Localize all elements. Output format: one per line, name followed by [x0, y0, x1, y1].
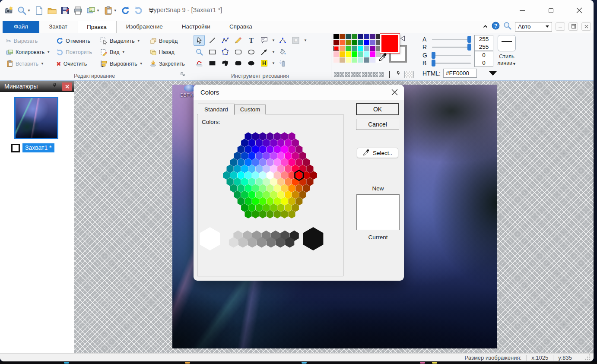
- chevron-down-icon[interactable]: ▼: [272, 50, 275, 54]
- tool-fill[interactable]: [277, 47, 289, 57]
- cancel-button[interactable]: Cancel: [356, 119, 399, 130]
- color-swatch[interactable]: [340, 51, 345, 57]
- dialog-title-bar[interactable]: Colors: [194, 85, 404, 100]
- edit-button-Вырезать[interactable]: ✂Вырезать: [6, 35, 56, 47]
- qat-undo-button[interactable]: [120, 5, 131, 16]
- eyedropper-icon[interactable]: [378, 53, 387, 63]
- panel-close-button[interactable]: [62, 82, 72, 91]
- color-swatch[interactable]: [340, 57, 345, 63]
- qat-paste-image-button[interactable]: ▼: [103, 5, 118, 16]
- color-swatch[interactable]: [358, 40, 363, 45]
- color-menu-dropdown-icon[interactable]: [489, 71, 497, 76]
- color-swatch[interactable]: [346, 40, 351, 45]
- tab-Настройки[interactable]: Настройки: [172, 21, 220, 33]
- tool-pencil[interactable]: [232, 35, 244, 46]
- color-swatch[interactable]: [333, 40, 339, 45]
- color-swatch[interactable]: [333, 46, 339, 51]
- swap-colors-icon[interactable]: [399, 35, 406, 44]
- channel-slider[interactable]: [432, 63, 471, 64]
- color-swatch[interactable]: [352, 51, 357, 57]
- edit-button-Отменить[interactable]: Отменить: [56, 35, 100, 47]
- color-swatch[interactable]: [352, 40, 357, 45]
- color-swatch[interactable]: [358, 46, 363, 51]
- color-swatch[interactable]: [370, 40, 375, 45]
- color-swatch[interactable]: [364, 51, 369, 57]
- color-swatch[interactable]: [333, 51, 339, 57]
- color-swatch[interactable]: [346, 51, 351, 57]
- channel-value[interactable]: 0: [474, 59, 493, 67]
- color-swatch[interactable]: [358, 51, 363, 57]
- color-swatch[interactable]: [352, 46, 357, 51]
- chevron-down-icon[interactable]: ▼: [304, 38, 307, 42]
- tool-polygon[interactable]: [219, 47, 231, 57]
- color-swatch[interactable]: [346, 57, 351, 63]
- thumbnail-image[interactable]: [14, 97, 58, 139]
- tab-Файл[interactable]: Файл: [3, 21, 39, 33]
- tool-zoomtool[interactable]: [194, 47, 205, 57]
- dialog-close-button[interactable]: [391, 89, 398, 97]
- tool-arrow[interactable]: [258, 47, 270, 57]
- color-swatch[interactable]: [358, 34, 363, 39]
- foreground-color-swatch[interactable]: [380, 34, 400, 53]
- thumbnail-checkbox[interactable]: [11, 144, 20, 152]
- tool-shapebox[interactable]: [290, 35, 302, 46]
- custom-color-slot[interactable]: [362, 72, 367, 77]
- channel-slider[interactable]: [432, 55, 471, 56]
- tool-roundrect[interactable]: [232, 47, 244, 57]
- tool-text[interactable]: T: [245, 35, 257, 46]
- color-swatch[interactable]: [364, 46, 369, 51]
- edit-button-Выделить[interactable]: Выделить▼: [100, 35, 149, 47]
- tab-Захват[interactable]: Захват: [39, 21, 77, 33]
- edit-button-Закрепить[interactable]: Закрепить: [149, 58, 189, 70]
- tool-polygonf[interactable]: [219, 58, 231, 69]
- slider-thumb[interactable]: [467, 44, 471, 51]
- tool-highlight[interactable]: H: [258, 58, 270, 69]
- color-swatch[interactable]: [364, 40, 369, 45]
- add-color-icon[interactable]: [386, 71, 393, 78]
- pin-icon[interactable]: [396, 70, 401, 78]
- color-swatch[interactable]: [370, 46, 375, 51]
- color-swatch[interactable]: [340, 40, 345, 45]
- channel-slider[interactable]: [432, 47, 471, 48]
- minimize-button[interactable]: [516, 4, 529, 17]
- tool-callout[interactable]: [258, 35, 270, 46]
- color-swatch[interactable]: [364, 34, 369, 39]
- color-swatch[interactable]: [340, 46, 345, 51]
- color-swatch[interactable]: [364, 57, 369, 63]
- color-swatch[interactable]: [358, 57, 363, 63]
- edit-button-Вставить[interactable]: Вставить▼: [6, 58, 56, 70]
- tool-stamp[interactable]: [194, 58, 205, 69]
- color-swatch[interactable]: [333, 34, 339, 39]
- edit-button-Повторить[interactable]: Повторить: [56, 47, 100, 58]
- custom-color-slot[interactable]: [334, 72, 339, 77]
- color-swatch[interactable]: [370, 34, 375, 39]
- qat-save-button[interactable]: [60, 5, 70, 16]
- custom-color-slot[interactable]: [368, 72, 372, 77]
- black-hexagon[interactable]: [303, 227, 324, 250]
- color-swatch[interactable]: [346, 46, 351, 51]
- tool-pointer[interactable]: [194, 35, 205, 46]
- chevron-down-icon[interactable]: ▼: [272, 38, 275, 42]
- channel-value[interactable]: 255: [474, 35, 493, 43]
- slider-thumb[interactable]: [432, 52, 435, 59]
- edit-button-Копировать[interactable]: Копировать▼: [6, 47, 56, 58]
- color-swatch[interactable]: [370, 51, 375, 57]
- select-button[interactable]: Select..: [357, 148, 398, 158]
- help-icon[interactable]: ?: [492, 22, 500, 32]
- zoom-combobox[interactable]: Авто: [515, 22, 552, 32]
- pin-icon[interactable]: [52, 82, 57, 90]
- tab-Правка[interactable]: Правка: [77, 21, 117, 33]
- qat-zoom-button[interactable]: ▼: [16, 5, 32, 16]
- edit-button-Выровнять[interactable]: Выровнять▼: [100, 58, 149, 70]
- channel-value[interactable]: 0: [474, 51, 493, 59]
- doc-close-button[interactable]: [581, 22, 591, 31]
- qat-capture-button[interactable]: [3, 5, 14, 16]
- edit-button-Очистить[interactable]: ✖Очистить: [56, 58, 100, 70]
- tool-ellipsef[interactable]: [245, 58, 257, 69]
- qat-copy-image-button[interactable]: ▼: [86, 5, 101, 16]
- white-hexagon[interactable]: [200, 227, 220, 250]
- tool-spray[interactable]: [277, 58, 289, 69]
- custom-color-slot[interactable]: [340, 72, 344, 77]
- tool-polyline[interactable]: [219, 35, 231, 46]
- tool-rect[interactable]: [206, 47, 218, 57]
